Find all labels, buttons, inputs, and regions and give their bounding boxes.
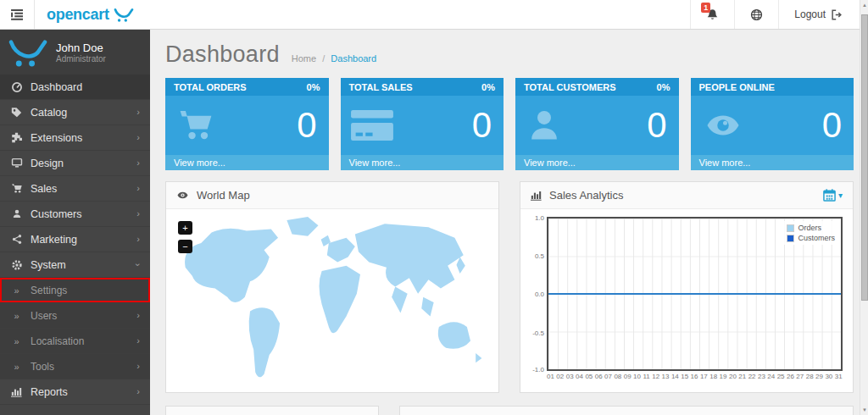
x-tick-label: 28 [806,373,814,380]
sidebar-item-users[interactable]: » Users › [0,303,150,329]
view-more-link[interactable]: View more... [515,155,679,170]
tile-percent: 0% [657,82,670,92]
sidebar-item-customers[interactable]: Customers › [0,202,150,227]
sidebar-item-reports[interactable]: Reports › [0,379,150,405]
y-tick-label: 0.0 [535,290,544,298]
sign-out-icon [831,9,843,20]
chart-wrap: 1.0 0.5 0.0 -0.5 -1.0 [526,217,843,380]
sales-analytics-chart: 1.0 0.5 0.0 -0.5 -1.0 [520,209,853,392]
chevron-right-icon: › [136,184,140,193]
main-content: Dashboard Home / Dashboard TOTAL ORDERS … [150,30,868,415]
sidebar-item-sales[interactable]: Sales › [0,176,150,202]
x-tick-label: 15 [681,373,688,380]
chart-column: Orders Customers 01020304050607080910111… [547,217,843,380]
map-zoom-out-button[interactable]: − [178,240,192,253]
y-tick-label: -0.5 [532,329,544,337]
x-tick-label: 18 [709,373,717,380]
sales-analytics-panel: Sales Analytics ▾ 1.0 0.5 0.0 [520,181,854,393]
world-map-image [166,209,498,392]
latest-orders-panel-heading: Latest Orders [400,407,853,415]
sidebar-item-extensions[interactable]: Extensions › [0,125,150,151]
sidebar-item-settings[interactable]: » Settings [0,278,150,303]
user-icon [10,208,23,219]
x-tick-label: 30 [825,373,832,380]
x-tick-label: 26 [787,373,794,380]
x-tick-label: 23 [758,373,765,380]
scrollbar-up-arrow[interactable]: ▲ [860,3,868,8]
y-tick-label: 0.5 [535,252,544,260]
chevron-right-icon: › [136,133,140,142]
x-tick-label: 03 [566,373,574,380]
breadcrumb: Home / Dashboard [292,53,376,64]
panel-title: World Map [197,189,250,202]
tile-value: 0 [647,108,666,143]
chart-range-dropdown[interactable]: ▾ [823,189,843,202]
tile-body: 0 [691,96,854,155]
x-tick-label: 05 [585,373,593,380]
logout-button[interactable]: Logout [778,0,858,29]
stat-tiles: TOTAL ORDERS 0% 0 View more... TOTAL SAL… [165,78,854,170]
sidebar-item-localisation[interactable]: » Localisation › [0,329,150,354]
tile-percent: 0% [481,82,495,92]
x-tick-label: 14 [671,373,679,380]
x-tick-label: 04 [576,373,583,380]
chart-zero-series-line [548,293,841,295]
bottom-panels-row: Recent Activity Latest Orders [165,406,854,415]
world-map-panel-heading: World Map [166,182,498,209]
view-more-link[interactable]: View more... [341,155,504,170]
topbar-spacer [146,0,691,29]
x-tick-label: 09 [624,373,632,380]
sidebar-toggle-button[interactable] [0,0,35,29]
tile-title: TOTAL CUSTOMERS [524,82,616,92]
tile-header: TOTAL CUSTOMERS 0% [515,78,679,96]
x-tick-label: 12 [652,373,659,380]
view-more-link[interactable]: View more... [691,155,854,170]
sidebar-item-dashboard[interactable]: Dashboard [0,75,150,100]
sidebar-item-label: Sales [31,183,57,195]
customers-swatch [787,235,794,242]
tile-title: PEOPLE ONLINE [699,82,775,92]
x-tick-label: 02 [556,373,564,380]
notifications-button[interactable]: 1 [690,0,734,29]
chart-y-axis: 1.0 0.5 0.0 -0.5 -1.0 [526,217,544,371]
breadcrumb-home-link[interactable]: Home [292,53,316,64]
sidebar-item-marketing[interactable]: Marketing › [0,227,150,252]
x-tick-label: 01 [547,373,554,380]
sidebar-item-label: Catalog [31,107,67,119]
opencart-logo[interactable]: opencart [35,0,146,29]
chevron-right-icon: › [136,158,140,168]
legend-item-orders: Orders [787,223,835,233]
x-tick-label: 08 [614,373,621,380]
sidebar-item-label: Reports [31,386,68,398]
y-tick-label: 1.0 [535,214,544,222]
sidebar-item-design[interactable]: Design › [0,151,150,176]
page-scrollbar[interactable]: ▲ ▼ [860,0,868,415]
breadcrumb-current-link[interactable]: Dashboard [331,53,376,64]
sidebar-item-label: Marketing [31,234,77,246]
page-header: Dashboard Home / Dashboard [165,42,854,68]
sidebar-item-tools[interactable]: » Tools › [0,354,150,379]
scrollbar-thumb[interactable] [861,14,868,301]
sidebar-item-catalog[interactable]: Catalog › [0,100,150,125]
chevron-right-icon: › [136,336,140,346]
x-tick-label: 21 [738,373,746,380]
tile-value: 0 [472,108,492,143]
view-more-link[interactable]: View more... [165,155,329,170]
storefront-button[interactable] [734,0,778,29]
double-arrow-icon: » [10,285,23,296]
sidebar-item-label: Design [31,158,64,169]
bar-chart-icon [10,386,23,397]
sidebar-item-system[interactable]: System › [0,252,150,278]
double-arrow-icon: » [10,336,23,346]
x-tick-label: 29 [815,373,823,380]
user-profile: John Doe Administrator [0,30,150,75]
sidebar: John Doe Administrator Dashboard Catalog… [0,30,150,415]
scrollbar-down-arrow[interactable]: ▼ [860,407,868,412]
page-title: Dashboard [165,42,280,68]
map-zoom-controls: + − [178,221,192,253]
sidebar-item-label: Customers [31,208,81,220]
latest-orders-panel: Latest Orders [399,406,854,415]
x-tick-label: 17 [700,373,708,380]
map-zoom-in-button[interactable]: + [178,221,192,235]
bar-chart-icon [531,190,542,201]
